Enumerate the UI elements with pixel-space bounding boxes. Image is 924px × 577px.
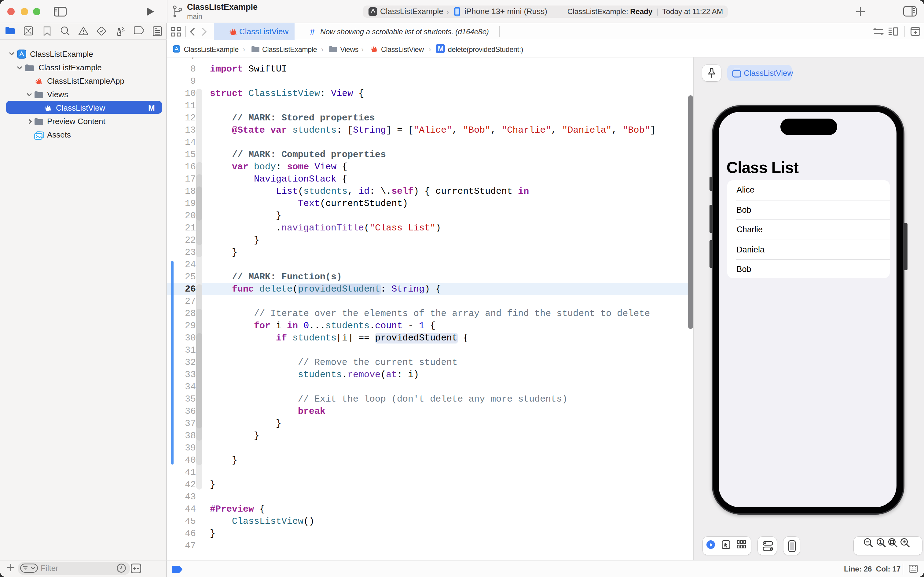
svg-text:1: 1 bbox=[879, 539, 882, 545]
svg-text:#: # bbox=[310, 27, 315, 36]
